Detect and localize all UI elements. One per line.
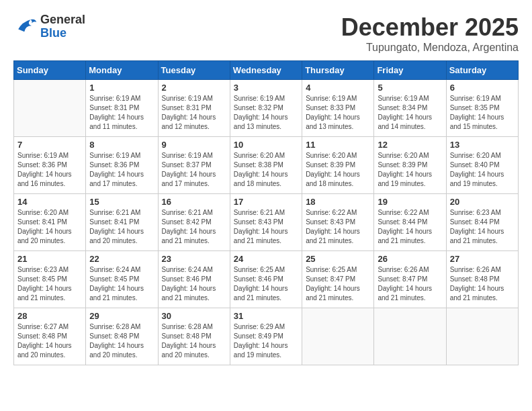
- title-block: December 2025 Tupungato, Mendoza, Argent…: [341, 13, 519, 54]
- day-number: 18: [306, 197, 370, 207]
- calendar-cell: [446, 308, 518, 365]
- calendar-cell: 26Sunrise: 6:26 AM Sunset: 8:47 PM Dayli…: [374, 251, 446, 308]
- day-number: 13: [450, 140, 515, 150]
- calendar-cell: 22Sunrise: 6:24 AM Sunset: 8:45 PM Dayli…: [86, 251, 158, 308]
- day-info: Sunrise: 6:21 AM Sunset: 8:42 PM Dayligh…: [162, 208, 226, 246]
- calendar-cell: 21Sunrise: 6:23 AM Sunset: 8:45 PM Dayli…: [14, 251, 86, 308]
- logo-blue: Blue: [40, 27, 85, 40]
- calendar-cell: 20Sunrise: 6:23 AM Sunset: 8:44 PM Dayli…: [446, 194, 518, 251]
- calendar-cell: 8Sunrise: 6:19 AM Sunset: 8:36 PM Daylig…: [86, 137, 158, 194]
- location: Tupungato, Mendoza, Argentina: [341, 42, 519, 54]
- day-info: Sunrise: 6:20 AM Sunset: 8:41 PM Dayligh…: [17, 208, 82, 246]
- days-of-week-row: SundayMondayTuesdayWednesdayThursdayFrid…: [14, 61, 519, 80]
- day-info: Sunrise: 6:19 AM Sunset: 8:34 PM Dayligh…: [378, 94, 442, 132]
- day-info: Sunrise: 6:23 AM Sunset: 8:45 PM Dayligh…: [17, 265, 82, 303]
- day-of-week-thursday: Thursday: [302, 61, 374, 80]
- day-number: 25: [306, 254, 370, 264]
- day-info: Sunrise: 6:19 AM Sunset: 8:36 PM Dayligh…: [89, 151, 154, 189]
- calendar-week-2: 14Sunrise: 6:20 AM Sunset: 8:41 PM Dayli…: [14, 194, 519, 251]
- calendar-cell: [374, 308, 446, 365]
- calendar-cell: 11Sunrise: 6:20 AM Sunset: 8:39 PM Dayli…: [302, 137, 374, 194]
- calendar-cell: 27Sunrise: 6:26 AM Sunset: 8:48 PM Dayli…: [446, 251, 518, 308]
- day-info: Sunrise: 6:24 AM Sunset: 8:45 PM Dayligh…: [89, 265, 154, 303]
- calendar-cell: 16Sunrise: 6:21 AM Sunset: 8:42 PM Dayli…: [158, 194, 230, 251]
- day-number: 2: [162, 83, 226, 93]
- day-number: 11: [306, 140, 370, 150]
- calendar-week-0: 1Sunrise: 6:19 AM Sunset: 8:31 PM Daylig…: [14, 80, 519, 137]
- calendar-cell: 9Sunrise: 6:19 AM Sunset: 8:37 PM Daylig…: [158, 137, 230, 194]
- day-number: 14: [17, 197, 82, 207]
- day-of-week-wednesday: Wednesday: [230, 61, 302, 80]
- day-info: Sunrise: 6:25 AM Sunset: 8:47 PM Dayligh…: [306, 265, 370, 303]
- month-title: December 2025: [341, 13, 519, 42]
- calendar-cell: 17Sunrise: 6:21 AM Sunset: 8:43 PM Dayli…: [230, 194, 302, 251]
- day-info: Sunrise: 6:19 AM Sunset: 8:33 PM Dayligh…: [306, 94, 370, 132]
- day-number: 31: [234, 311, 298, 321]
- calendar-cell: [302, 308, 374, 365]
- day-number: 3: [234, 83, 298, 93]
- calendar-cell: 12Sunrise: 6:20 AM Sunset: 8:39 PM Dayli…: [374, 137, 446, 194]
- day-info: Sunrise: 6:21 AM Sunset: 8:41 PM Dayligh…: [89, 208, 154, 246]
- calendar-cell: 19Sunrise: 6:22 AM Sunset: 8:44 PM Dayli…: [374, 194, 446, 251]
- day-info: Sunrise: 6:19 AM Sunset: 8:32 PM Dayligh…: [234, 94, 298, 132]
- day-number: 28: [17, 311, 82, 321]
- day-of-week-monday: Monday: [86, 61, 158, 80]
- day-number: 7: [17, 140, 82, 150]
- day-of-week-friday: Friday: [374, 61, 446, 80]
- day-number: 24: [234, 254, 298, 264]
- day-of-week-saturday: Saturday: [446, 61, 518, 80]
- calendar-cell: 1Sunrise: 6:19 AM Sunset: 8:31 PM Daylig…: [86, 80, 158, 137]
- calendar-cell: 25Sunrise: 6:25 AM Sunset: 8:47 PM Dayli…: [302, 251, 374, 308]
- day-number: 29: [89, 311, 154, 321]
- day-info: Sunrise: 6:19 AM Sunset: 8:31 PM Dayligh…: [162, 94, 226, 132]
- calendar-week-4: 28Sunrise: 6:27 AM Sunset: 8:48 PM Dayli…: [14, 308, 519, 365]
- day-number: 20: [450, 197, 515, 207]
- day-info: Sunrise: 6:20 AM Sunset: 8:38 PM Dayligh…: [234, 151, 298, 189]
- calendar-header: SundayMondayTuesdayWednesdayThursdayFrid…: [14, 61, 519, 80]
- day-number: 4: [306, 83, 370, 93]
- logo: General Blue: [13, 13, 85, 40]
- day-number: 6: [450, 83, 515, 93]
- calendar-cell: 4Sunrise: 6:19 AM Sunset: 8:33 PM Daylig…: [302, 80, 374, 137]
- day-info: Sunrise: 6:28 AM Sunset: 8:48 PM Dayligh…: [162, 322, 226, 360]
- day-info: Sunrise: 6:25 AM Sunset: 8:46 PM Dayligh…: [234, 265, 298, 303]
- day-info: Sunrise: 6:27 AM Sunset: 8:48 PM Dayligh…: [17, 322, 82, 360]
- day-info: Sunrise: 6:20 AM Sunset: 8:40 PM Dayligh…: [450, 151, 515, 189]
- day-number: 8: [89, 140, 154, 150]
- logo-icon: [13, 17, 38, 37]
- day-number: 30: [162, 311, 226, 321]
- day-number: 26: [378, 254, 442, 264]
- day-info: Sunrise: 6:19 AM Sunset: 8:37 PM Dayligh…: [162, 151, 226, 189]
- day-info: Sunrise: 6:26 AM Sunset: 8:48 PM Dayligh…: [450, 265, 515, 303]
- day-info: Sunrise: 6:26 AM Sunset: 8:47 PM Dayligh…: [378, 265, 442, 303]
- calendar-cell: 3Sunrise: 6:19 AM Sunset: 8:32 PM Daylig…: [230, 80, 302, 137]
- day-number: 5: [378, 83, 442, 93]
- calendar-cell: 30Sunrise: 6:28 AM Sunset: 8:48 PM Dayli…: [158, 308, 230, 365]
- calendar-week-1: 7Sunrise: 6:19 AM Sunset: 8:36 PM Daylig…: [14, 137, 519, 194]
- day-info: Sunrise: 6:23 AM Sunset: 8:44 PM Dayligh…: [450, 208, 515, 246]
- day-number: 17: [234, 197, 298, 207]
- day-number: 9: [162, 140, 226, 150]
- calendar-table: SundayMondayTuesdayWednesdayThursdayFrid…: [13, 60, 519, 365]
- day-info: Sunrise: 6:22 AM Sunset: 8:43 PM Dayligh…: [306, 208, 370, 246]
- day-info: Sunrise: 6:20 AM Sunset: 8:39 PM Dayligh…: [306, 151, 370, 189]
- day-info: Sunrise: 6:19 AM Sunset: 8:36 PM Dayligh…: [17, 151, 82, 189]
- calendar-cell: 5Sunrise: 6:19 AM Sunset: 8:34 PM Daylig…: [374, 80, 446, 137]
- calendar-cell: 2Sunrise: 6:19 AM Sunset: 8:31 PM Daylig…: [158, 80, 230, 137]
- logo-text: General Blue: [40, 13, 85, 40]
- day-of-week-sunday: Sunday: [14, 61, 86, 80]
- day-info: Sunrise: 6:28 AM Sunset: 8:48 PM Dayligh…: [89, 322, 154, 360]
- calendar-cell: 7Sunrise: 6:19 AM Sunset: 8:36 PM Daylig…: [14, 137, 86, 194]
- day-number: 22: [89, 254, 154, 264]
- day-number: 15: [89, 197, 154, 207]
- day-number: 27: [450, 254, 515, 264]
- logo-general: General: [40, 13, 85, 27]
- calendar-cell: 29Sunrise: 6:28 AM Sunset: 8:48 PM Dayli…: [86, 308, 158, 365]
- calendar-cell: 31Sunrise: 6:29 AM Sunset: 8:49 PM Dayli…: [230, 308, 302, 365]
- page-header: General Blue December 2025 Tupungato, Me…: [13, 13, 519, 54]
- calendar-cell: [14, 80, 86, 137]
- calendar-cell: 24Sunrise: 6:25 AM Sunset: 8:46 PM Dayli…: [230, 251, 302, 308]
- day-info: Sunrise: 6:21 AM Sunset: 8:43 PM Dayligh…: [234, 208, 298, 246]
- calendar-cell: 18Sunrise: 6:22 AM Sunset: 8:43 PM Dayli…: [302, 194, 374, 251]
- day-info: Sunrise: 6:22 AM Sunset: 8:44 PM Dayligh…: [378, 208, 442, 246]
